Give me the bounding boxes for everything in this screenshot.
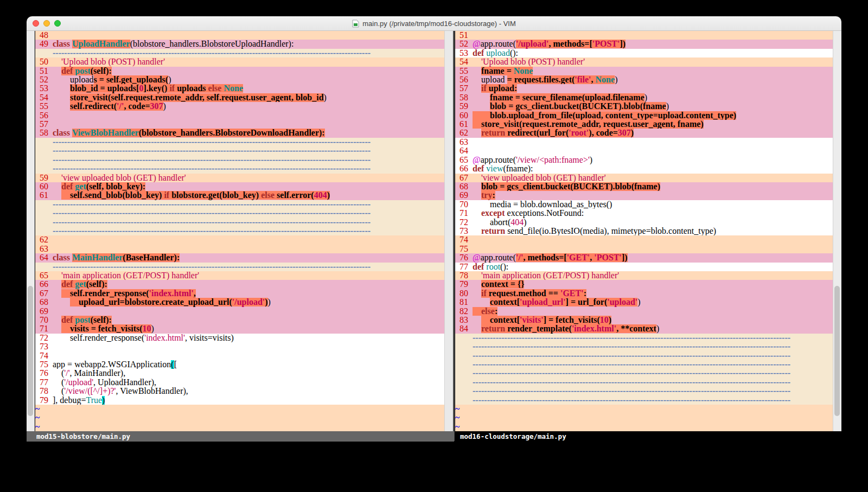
code-line[interactable]: 65@app.route('/view/<path:fname>') bbox=[455, 156, 833, 164]
code-line[interactable]: 74 bbox=[455, 235, 833, 244]
line-number: 60 bbox=[455, 111, 473, 120]
code-line[interactable]: 60 blob.upload_from_file(upload, content… bbox=[455, 111, 833, 120]
code-line[interactable]: 72 abort(404) bbox=[455, 218, 833, 227]
code-line[interactable]: 61 store_visit(request.remote_addr, requ… bbox=[455, 120, 833, 129]
line-number: 63 bbox=[455, 138, 473, 146]
minimize-button[interactable] bbox=[43, 20, 50, 27]
code-line[interactable]: 82 else: bbox=[455, 307, 833, 316]
right-scrollbar[interactable] bbox=[833, 31, 841, 431]
code-line[interactable]: 67 self.render_response('index.html', bbox=[35, 289, 444, 298]
code-line[interactable]: 83 context['visits'] = fetch_visits(10) bbox=[455, 316, 833, 324]
diff-pane-left[interactable]: 4849class UploadHandler(blobstore_handle… bbox=[35, 31, 444, 431]
code-line[interactable]: 74 bbox=[35, 352, 444, 360]
line-number: 78 bbox=[35, 387, 53, 395]
diff-pane-right[interactable]: 5152@app.route('/upload', methods=['POST… bbox=[455, 31, 833, 431]
code-line[interactable]: 57 bbox=[35, 120, 444, 129]
diff-filler-line: ----------------------------------------… bbox=[35, 218, 444, 227]
code-line[interactable]: 54 store_visit(self.request.remote_addr,… bbox=[35, 93, 444, 102]
code-line[interactable]: 76 ('/', MainHandler), bbox=[35, 369, 444, 378]
status-bar-right[interactable]: mod16-cloudstorage/main.py bbox=[455, 431, 841, 442]
line-number: 83 bbox=[455, 316, 473, 324]
code-line[interactable]: 68 upload_url=blobstore.create_upload_ur… bbox=[35, 298, 444, 306]
code-line[interactable]: 77 ('/upload', UploadHandler), bbox=[35, 378, 444, 387]
line-number: 65 bbox=[35, 271, 53, 280]
line-number: 53 bbox=[455, 49, 473, 57]
code-line[interactable]: 75 bbox=[455, 245, 833, 253]
code-line[interactable]: 71 visits = fetch_visits(10) bbox=[35, 324, 444, 333]
code-line[interactable]: 64class MainHandler(BaseHandler): bbox=[35, 253, 444, 262]
code-line[interactable]: 49class UploadHandler(blobstore_handlers… bbox=[35, 40, 444, 48]
code-line[interactable]: 73 return send_file(io.BytesIO(media), m… bbox=[455, 227, 833, 235]
code-line[interactable]: 54 'Upload blob (POST) handler' bbox=[455, 57, 833, 66]
code-line[interactable]: 59 'view uploaded blob (GET) handler' bbox=[35, 174, 444, 182]
code-line[interactable]: 62 bbox=[35, 235, 444, 244]
code-line[interactable]: 66 def get(self): bbox=[35, 280, 444, 289]
code-line[interactable]: 52@app.route('/upload', methods=['POST']… bbox=[455, 40, 833, 48]
code-line[interactable]: 71 except exceptions.NotFound: bbox=[455, 209, 833, 218]
code-line[interactable]: 52 uploads = self.get_uploads() bbox=[35, 75, 444, 84]
code-line[interactable]: 51 def post(self): bbox=[35, 67, 444, 75]
code-line[interactable]: 80 if request.method == 'GET': bbox=[455, 289, 833, 298]
title-bar[interactable]: main.py (/private/tmp/mod16-cloudstorage… bbox=[27, 16, 841, 31]
code-line[interactable]: 75app = webapp2.WSGIApplication([ bbox=[35, 360, 444, 369]
code-line[interactable]: 69 try: bbox=[455, 191, 833, 200]
zoom-button[interactable] bbox=[54, 20, 61, 27]
code-line[interactable]: 62 return redirect(url_for('root'), code… bbox=[455, 129, 833, 137]
line-number: 77 bbox=[35, 378, 53, 387]
line-number: 59 bbox=[455, 102, 473, 111]
code-line[interactable]: 78 'main application (GET/POST) handler' bbox=[455, 271, 833, 280]
tilde-line: ~ bbox=[455, 423, 833, 431]
code-line[interactable]: 57 if upload: bbox=[455, 84, 833, 93]
code-line[interactable]: 64 bbox=[455, 146, 833, 155]
code-line[interactable]: 55 fname = None bbox=[455, 67, 833, 75]
code-line[interactable]: 65 'main application (GET/POST) handler' bbox=[35, 271, 444, 280]
code-line[interactable]: 70 def post(self): bbox=[35, 316, 444, 324]
code-line[interactable]: 69 bbox=[35, 307, 444, 316]
left-scrollbar[interactable] bbox=[27, 31, 35, 431]
code-line[interactable]: 48 bbox=[35, 31, 444, 40]
code-line[interactable]: 84 return render_template('index.html', … bbox=[455, 324, 833, 333]
code-line[interactable]: 81 context['upload_url'] = url_for('uplo… bbox=[455, 298, 833, 306]
line-number: 77 bbox=[455, 263, 473, 271]
code-line[interactable]: 58 fname = secure_filename(upload.filena… bbox=[455, 93, 833, 102]
line-number: 56 bbox=[35, 111, 53, 120]
scrollbar-thumb[interactable] bbox=[834, 286, 840, 416]
line-number: 73 bbox=[455, 227, 473, 235]
code-line[interactable]: 63 bbox=[455, 138, 833, 146]
line-number: 57 bbox=[455, 84, 473, 93]
code-line[interactable]: 53 blob_id = uploads[0].key() if uploads… bbox=[35, 84, 444, 93]
code-line[interactable]: 77def root(): bbox=[455, 263, 833, 271]
window-divider[interactable] bbox=[453, 31, 455, 441]
status-bar-left[interactable]: mod15-blobstore/main.py bbox=[27, 431, 454, 442]
code-line[interactable]: 55 self.redirect('/', code=307) bbox=[35, 102, 444, 111]
code-line[interactable]: 59 blob = gcs_client.bucket(BUCKET).blob… bbox=[455, 102, 833, 111]
code-line[interactable]: 56 bbox=[35, 111, 444, 120]
code-line[interactable]: 58class ViewBlobHandler(blobstore_handle… bbox=[35, 129, 444, 137]
tilde-line: ~ bbox=[35, 423, 444, 431]
code-line[interactable]: 79 context = {} bbox=[455, 280, 833, 289]
code-line[interactable]: 61 self.send_blob(blob_key) if blobstore… bbox=[35, 191, 444, 200]
code-line[interactable]: 68 blob = gcs_client.bucket(BUCKET).blob… bbox=[455, 182, 833, 191]
code-line[interactable]: 76@app.route('/', methods=['GET', 'POST'… bbox=[455, 253, 833, 262]
line-number: 70 bbox=[35, 316, 53, 324]
scrollbar-thumb[interactable] bbox=[28, 286, 33, 416]
code-line[interactable]: 50 'Upload blob (POST) handler' bbox=[35, 57, 444, 66]
code-line[interactable]: 51 bbox=[455, 31, 833, 40]
code-line[interactable]: 66def view(fname): bbox=[455, 164, 833, 173]
code-line[interactable]: 73 bbox=[35, 342, 444, 351]
diff-filler-line: ----------------------------------------… bbox=[35, 200, 444, 209]
line-number: 50 bbox=[35, 57, 53, 66]
code-line[interactable]: 72 self.render_response('index.html', vi… bbox=[35, 334, 444, 342]
close-button[interactable] bbox=[33, 20, 39, 27]
line-number: 48 bbox=[35, 31, 53, 40]
code-line[interactable]: 70 media = blob.download_as_bytes() bbox=[455, 200, 833, 209]
document-icon[interactable] bbox=[352, 20, 359, 28]
code-line[interactable]: 63 bbox=[35, 245, 444, 253]
code-line[interactable]: 56 upload = request.files.get('file', No… bbox=[455, 75, 833, 84]
line-number: 69 bbox=[455, 191, 473, 200]
code-line[interactable]: 67 'view uploaded blob (GET) handler' bbox=[455, 174, 833, 182]
code-line[interactable]: 60 def get(self, blob_key): bbox=[35, 182, 444, 191]
code-line[interactable]: 79], debug=True) bbox=[35, 396, 444, 405]
code-line[interactable]: 78 ('/view/([^/]+)?', ViewBlobHandler), bbox=[35, 387, 444, 395]
code-line[interactable]: 53def upload(): bbox=[455, 49, 833, 57]
